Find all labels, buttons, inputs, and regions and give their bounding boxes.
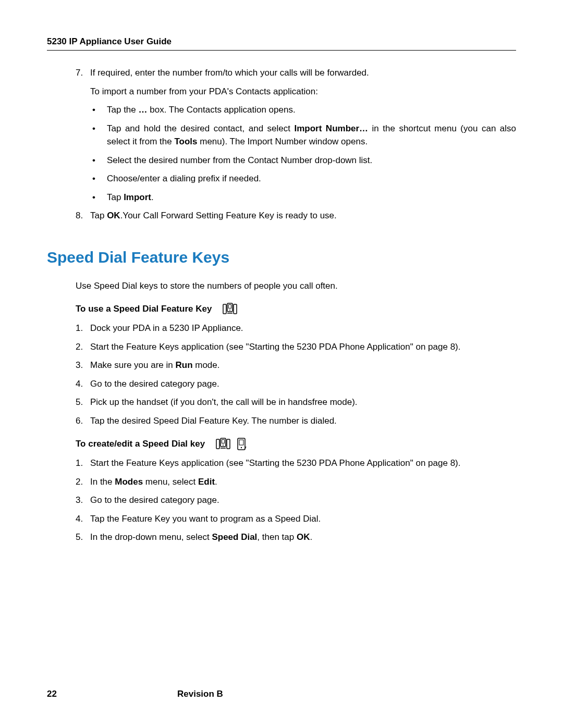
section-intro: Use Speed Dial keys to store the numbers… [76, 279, 516, 293]
section-heading-speed-dial: Speed Dial Feature Keys [47, 249, 516, 266]
bullet-2: • Tap and hold the desired contact, and … [90, 122, 516, 149]
bullet-1: • Tap the … box. The Contacts applicatio… [90, 103, 516, 117]
step-7: 7. If required, enter the number from/to… [76, 66, 516, 80]
page-number: 22 [47, 689, 177, 699]
subheading-create-edit-speed-dial: To create/edit a Speed Dial key [76, 438, 516, 450]
list-item: 2. Start the Feature Keys application (s… [76, 340, 516, 354]
step-number: 8. [76, 209, 90, 223]
bullet-3: • Select the desired number from the Con… [90, 154, 516, 167]
appliance-dock-icon [222, 303, 238, 315]
list-item: 5. In the drop-down menu, select Speed D… [76, 530, 516, 544]
bullet-5: • Tap Import. [90, 191, 516, 204]
step-number: 1. [76, 322, 90, 335]
list-item: 2. In the Modes menu, select Edit. [76, 475, 516, 489]
document-page: 5230 IP Appliance User Guide 7. If requi… [0, 0, 563, 728]
subheading-text: To use a Speed Dial Feature Key [76, 304, 212, 314]
bullet-marker: • [90, 103, 107, 117]
list-item: 3. Go to the desired category page. [76, 493, 516, 507]
bullet-marker: • [90, 172, 107, 186]
step-text: Tap the desired Speed Dial Feature Key. … [90, 414, 516, 428]
svg-rect-8 [222, 440, 225, 443]
import-contacts-bullets: • Tap the … box. The Contacts applicatio… [90, 103, 516, 204]
list-item: 6. Tap the desired Speed Dial Feature Ke… [76, 414, 516, 428]
step-text: Dock your PDA in a 5230 IP Appliance. [90, 322, 516, 335]
list-item: 4. Tap the Feature Key you want to progr… [76, 512, 516, 526]
step-text: Start the Feature Keys application (see … [90, 456, 516, 470]
step-8: 8. Tap OK.Your Call Forward Setting Feat… [76, 209, 516, 223]
list-item: 3. Make sure you are in Run mode. [76, 359, 516, 372]
step-number: 6. [76, 414, 90, 428]
svg-rect-10 [227, 439, 230, 449]
step-text: Go to the desired category page. [90, 377, 516, 391]
forwarding-steps-continued: 7. If required, enter the number from/to… [76, 66, 516, 80]
list-item: 5. Pick up the handset (if you don't, th… [76, 396, 516, 409]
svg-rect-2 [229, 305, 231, 309]
svg-point-3 [229, 310, 230, 311]
bullet-text: Tap the … box. The Contacts application … [107, 103, 516, 117]
bullet-text: Select the desired number from the Conta… [107, 154, 516, 167]
bullet-marker: • [90, 191, 107, 204]
svg-point-9 [223, 445, 224, 446]
step-text: Start the Feature Keys application (see … [90, 340, 516, 354]
subheading-text: To create/edit a Speed Dial key [76, 439, 205, 449]
list-item: 1. Dock your PDA in a 5230 IP Appliance. [76, 322, 516, 335]
pda-stylus-icon [236, 438, 247, 450]
svg-rect-4 [234, 304, 237, 314]
bullet-marker: • [90, 154, 107, 167]
step-text: Pick up the handset (if you don't, the c… [90, 396, 516, 409]
step-text: Tap the Feature Key you want to program … [90, 512, 516, 526]
step-text: Tap OK.Your Call Forward Setting Feature… [90, 209, 516, 223]
page-header: 5230 IP Appliance User Guide [47, 36, 516, 51]
step-number: 4. [76, 512, 90, 526]
step-text: In the Modes menu, select Edit. [90, 475, 516, 489]
use-speed-dial-steps: 1. Dock your PDA in a 5230 IP Appliance.… [76, 322, 516, 427]
bullet-text: Tap and hold the desired contact, and se… [107, 122, 516, 149]
forwarding-steps-continued-2: 8. Tap OK.Your Call Forward Setting Feat… [76, 209, 516, 223]
step-number: 4. [76, 377, 90, 391]
create-edit-speed-dial-steps: 1. Start the Feature Keys application (s… [76, 456, 516, 544]
step-7-subtext: To import a number from your PDA's Conta… [90, 85, 516, 98]
step-number: 2. [76, 340, 90, 354]
svg-rect-0 [223, 304, 226, 314]
list-item: 1. Start the Feature Keys application (s… [76, 456, 516, 470]
svg-point-14 [241, 447, 242, 448]
step-text: Make sure you are in Run mode. [90, 359, 516, 372]
step-number: 3. [76, 493, 90, 507]
bullet-text: Choose/enter a dialing prefix if needed. [107, 172, 516, 186]
step-number: 5. [76, 530, 90, 544]
bullet-marker: • [90, 122, 107, 149]
list-item: 4. Go to the desired category page. [76, 377, 516, 391]
step-number: 7. [76, 66, 90, 80]
step-text: If required, enter the number from/to wh… [90, 66, 516, 80]
step-number: 5. [76, 396, 90, 409]
svg-rect-6 [216, 439, 219, 449]
subheading-use-speed-dial: To use a Speed Dial Feature Key [76, 303, 516, 315]
revision-label: Revision B [177, 689, 516, 699]
bullet-4: • Choose/enter a dialing prefix if neede… [90, 172, 516, 186]
bullet-text: Tap Import. [107, 191, 516, 204]
svg-rect-13 [239, 440, 243, 445]
step-number: 1. [76, 456, 90, 470]
appliance-dock-icon [215, 438, 231, 450]
step-text: Go to the desired category page. [90, 493, 516, 507]
step-number: 3. [76, 359, 90, 372]
step-text: In the drop-down menu, select Speed Dial… [90, 530, 516, 544]
step-number: 2. [76, 475, 90, 489]
page-footer: 22 Revision B [47, 689, 516, 699]
